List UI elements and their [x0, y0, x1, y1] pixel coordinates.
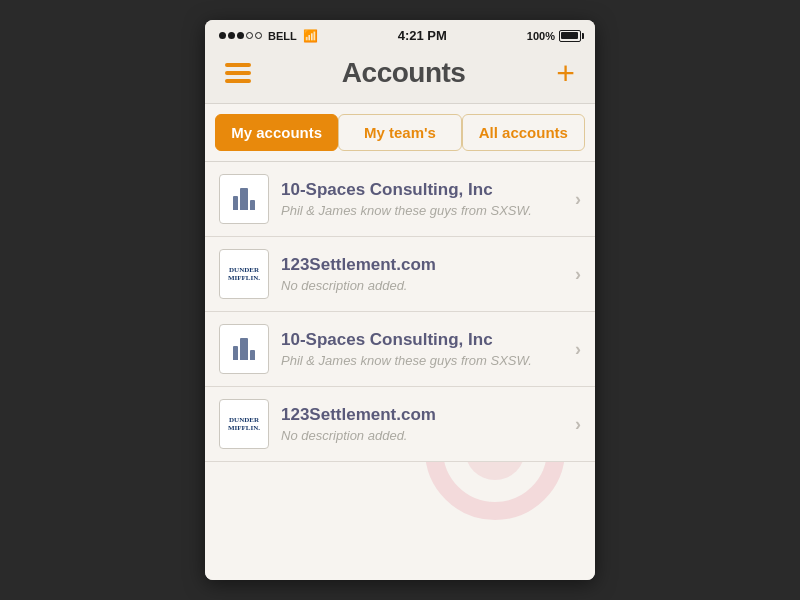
signal-dot-4	[246, 32, 253, 39]
account-item[interactable]: DUNDERMIFFLIN. 123Settlement.com No desc…	[205, 237, 595, 312]
account-info: 10-Spaces Consulting, Inc Phil & James k…	[269, 180, 575, 218]
dunder-mifflin-logo: DUNDERMIFFLIN.	[226, 414, 262, 434]
account-name: 123Settlement.com	[281, 255, 563, 275]
building-logo	[233, 188, 255, 210]
tab-team-accounts-label: My team's	[364, 124, 436, 141]
signal-dot-2	[228, 32, 235, 39]
account-item[interactable]: 10-Spaces Consulting, Inc Phil & James k…	[205, 312, 595, 387]
building-bar	[233, 196, 238, 210]
building-bar	[233, 346, 238, 360]
building-row	[233, 338, 255, 360]
signal-dots	[219, 32, 262, 39]
account-name: 10-Spaces Consulting, Inc	[281, 330, 563, 350]
account-info: 123Settlement.com No description added.	[269, 255, 575, 293]
account-desc: No description added.	[281, 428, 563, 443]
status-left: BELL 📶	[219, 29, 318, 43]
add-account-button[interactable]: +	[556, 57, 575, 89]
dunder-mifflin-logo: DUNDERMIFFLIN.	[226, 264, 262, 284]
phone-frame: BELL 📶 4:21 PM 100% Accounts + My accoun…	[205, 20, 595, 580]
account-desc: No description added.	[281, 278, 563, 293]
signal-dot-5	[255, 32, 262, 39]
chevron-right-icon: ›	[575, 339, 581, 360]
account-logo-building	[219, 324, 269, 374]
tab-my-accounts-label: My accounts	[231, 124, 322, 141]
account-item[interactable]: 10-Spaces Consulting, Inc Phil & James k…	[205, 162, 595, 237]
signal-dot-3	[237, 32, 244, 39]
status-right: 100%	[527, 30, 581, 42]
signal-dot-1	[219, 32, 226, 39]
account-name: 123Settlement.com	[281, 405, 563, 425]
building-bar	[240, 338, 248, 360]
battery-body	[559, 30, 581, 42]
building-bar	[250, 200, 255, 210]
account-info: 123Settlement.com No description added.	[269, 405, 575, 443]
status-time: 4:21 PM	[398, 28, 447, 43]
account-logo-dunder: DUNDERMIFFLIN.	[219, 249, 269, 299]
chevron-right-icon: ›	[575, 189, 581, 210]
account-desc: Phil & James know these guys from SXSW.	[281, 353, 563, 368]
tab-all-accounts-label: All accounts	[479, 124, 568, 141]
account-logo-building	[219, 174, 269, 224]
wifi-icon: 📶	[303, 29, 318, 43]
chevron-right-icon: ›	[575, 414, 581, 435]
building-logo	[233, 338, 255, 360]
building-row	[233, 188, 255, 210]
hamburger-menu-button[interactable]	[225, 63, 251, 83]
chevron-right-icon: ›	[575, 264, 581, 285]
building-bar	[250, 350, 255, 360]
account-info: 10-Spaces Consulting, Inc Phil & James k…	[269, 330, 575, 368]
tab-my-accounts[interactable]: My accounts	[215, 114, 338, 151]
account-desc: Phil & James know these guys from SXSW.	[281, 203, 563, 218]
header: Accounts +	[205, 47, 595, 104]
tab-team-accounts[interactable]: My team's	[338, 114, 461, 151]
status-bar: BELL 📶 4:21 PM 100%	[205, 20, 595, 47]
hamburger-line-1	[225, 63, 251, 67]
account-item[interactable]: DUNDERMIFFLIN. 123Settlement.com No desc…	[205, 387, 595, 462]
account-logo-dunder: DUNDERMIFFLIN.	[219, 399, 269, 449]
accounts-list: 10-Spaces Consulting, Inc Phil & James k…	[205, 162, 595, 580]
battery-fill	[561, 32, 578, 39]
page-title: Accounts	[342, 57, 466, 89]
battery-icon	[559, 30, 581, 42]
tabs-container: My accounts My team's All accounts	[205, 104, 595, 162]
carrier-label: BELL	[268, 30, 297, 42]
battery-percent: 100%	[527, 30, 555, 42]
tab-all-accounts[interactable]: All accounts	[462, 114, 585, 151]
building-bar	[240, 188, 248, 210]
hamburger-line-2	[225, 71, 251, 75]
account-name: 10-Spaces Consulting, Inc	[281, 180, 563, 200]
hamburger-line-3	[225, 79, 251, 83]
